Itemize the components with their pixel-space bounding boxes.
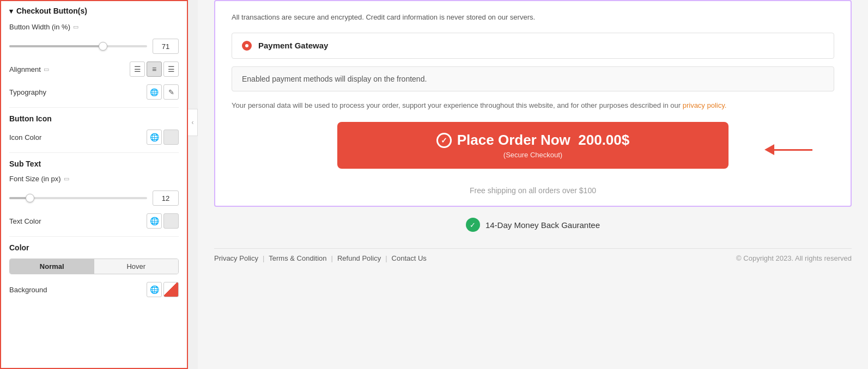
payment-info-text: Enabled payment methods will display on … [242, 75, 824, 83]
collapse-arrow[interactable]: ‹ [188, 109, 198, 136]
globe-button-text-color[interactable]: 🌐 [147, 213, 162, 229]
left-panel: ▾ Checkout Button(s) Button Width (in %)… [0, 0, 188, 369]
secure-text: All transactions are secure and encrypte… [232, 12, 834, 23]
sub-text-section: Sub Text [9, 159, 179, 168]
footer-terms[interactable]: Terms & Condition [269, 254, 326, 262]
footer-privacy[interactable]: Privacy Policy [214, 254, 258, 262]
divider-3 [9, 236, 179, 237]
font-size-slider-row: 12 [9, 190, 179, 206]
text-color-swatch[interactable] [163, 213, 179, 229]
footer-contact[interactable]: Contact Us [392, 254, 427, 262]
payment-gateway-row: Payment Gateway [232, 33, 834, 59]
footer-copyright: © Copyright 2023. All rights reserved [736, 254, 852, 262]
globe-button-typography[interactable]: 🌐 [147, 84, 162, 100]
monitor-icon-fontsize: ▭ [64, 175, 69, 182]
button-width-label: Button Width (in %) ▭ [9, 23, 78, 31]
arrow-head [764, 144, 774, 155]
check-circle-icon: ✓ [436, 133, 452, 148]
place-order-sub: (Secure Checkout) [503, 151, 562, 159]
icon-color-swatch[interactable] [163, 130, 179, 145]
button-width-row: Button Width (in %) ▭ [9, 23, 179, 31]
font-size-value[interactable]: 12 [153, 190, 179, 206]
footer-links: Privacy Policy | Terms & Condition | Ref… [214, 254, 427, 262]
tab-hover[interactable]: Hover [94, 259, 179, 274]
panel-title: Checkout Button(s) [16, 7, 87, 15]
green-check-icon: ✓ [466, 218, 480, 232]
collapse-icon: ‹ [192, 119, 194, 126]
right-panel: All transactions are secure and encrypte… [198, 0, 868, 369]
panel-header: ▾ Checkout Button(s) [9, 7, 179, 15]
divider-1 [9, 107, 179, 108]
alignment-buttons: ☰ ≡ ☰ [130, 61, 179, 77]
align-right-button[interactable]: ☰ [163, 61, 179, 77]
color-section: Color [9, 243, 179, 252]
money-back-text: 14-Day Money Back Gaurantee [485, 220, 600, 230]
payment-info-box: Enabled payment methods will display on … [232, 66, 834, 91]
divider-2 [9, 152, 179, 153]
icon-color-label: Icon Color [9, 133, 41, 142]
font-size-row: Font Size (in px) ▭ [9, 175, 179, 183]
text-color-control: 🌐 [147, 213, 179, 229]
align-center-button[interactable]: ≡ [147, 61, 162, 77]
button-width-slider-row: 71 [9, 39, 179, 54]
typography-label: Typography [9, 88, 46, 96]
money-back-row: ✓ 14-Day Money Back Gaurantee [214, 218, 852, 232]
monitor-icon: ▭ [73, 23, 78, 30]
tab-normal[interactable]: Normal [10, 259, 94, 274]
pencil-button-typography[interactable]: ✎ [163, 84, 179, 100]
font-size-track[interactable] [9, 197, 147, 199]
alignment-row: Alignment ▭ ☰ ≡ ☰ [9, 61, 179, 77]
footer: Privacy Policy | Terms & Condition | Ref… [214, 248, 852, 268]
globe-button-background[interactable]: 🌐 [147, 282, 162, 297]
background-color-control: 🌐 [147, 282, 179, 297]
chevron-down-icon: ▾ [9, 7, 13, 15]
checkout-box: All transactions are secure and encrypte… [214, 0, 852, 207]
arrow-line [774, 149, 812, 151]
icon-color-control: 🌐 [147, 130, 179, 145]
icon-color-row: Icon Color 🌐 [9, 130, 179, 145]
font-size-label: Font Size (in px) ▭ [9, 175, 69, 183]
radio-inner [245, 44, 248, 47]
background-color-swatch[interactable] [163, 282, 179, 297]
typography-buttons: 🌐 ✎ [147, 84, 179, 100]
place-order-main: ✓ Place Order Now 200.00$ [436, 132, 630, 149]
text-color-row: Text Color 🌐 [9, 213, 179, 229]
alignment-label: Alignment ▭ [9, 65, 49, 73]
monitor-icon-alignment: ▭ [44, 66, 49, 73]
footer-refund[interactable]: Refund Policy [337, 254, 381, 262]
button-width-value[interactable]: 71 [153, 39, 179, 54]
typography-row: Typography 🌐 ✎ [9, 84, 179, 100]
place-order-text: Place Order Now 200.00$ [457, 132, 630, 149]
button-width-fill [9, 45, 103, 47]
place-order-button[interactable]: ✓ Place Order Now 200.00$ (Secure Checko… [337, 122, 729, 169]
payment-gateway-label: Payment Gateway [258, 41, 328, 50]
color-tabs: Normal Hover [9, 259, 179, 274]
background-row: Background 🌐 [9, 282, 179, 297]
payment-radio[interactable] [242, 41, 252, 51]
text-color-label: Text Color [9, 217, 41, 225]
free-shipping-text: Free shipping on all orders over $100 [232, 186, 834, 195]
privacy-link[interactable]: privacy policy. [683, 101, 727, 109]
font-size-thumb[interactable] [26, 194, 34, 202]
button-icon-section: Button Icon [9, 114, 179, 123]
button-width-track[interactable] [9, 45, 147, 47]
arrow-indicator [764, 144, 812, 155]
globe-button-icon-color[interactable]: 🌐 [147, 130, 162, 145]
align-left-button[interactable]: ☰ [130, 61, 145, 77]
button-width-thumb[interactable] [99, 42, 107, 51]
background-label: Background [9, 286, 47, 294]
personal-data-text: Your personal data will be used to proce… [232, 100, 834, 112]
